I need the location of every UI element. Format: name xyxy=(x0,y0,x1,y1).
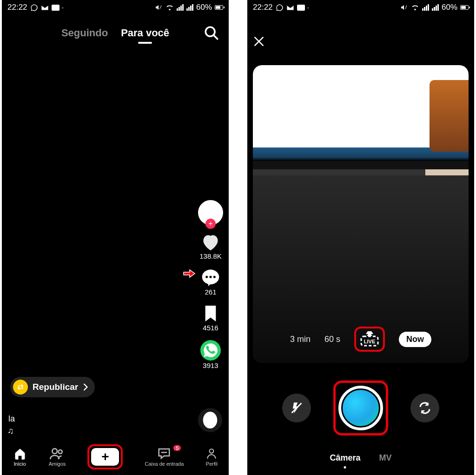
creator-avatar[interactable] xyxy=(198,200,223,225)
app-icon xyxy=(297,5,305,11)
flip-camera-button[interactable] xyxy=(410,394,439,422)
inbox-badge: 5 xyxy=(173,445,181,451)
svg-point-8 xyxy=(52,448,57,454)
save-button[interactable]: 4516 xyxy=(203,304,218,332)
mute-icon xyxy=(400,4,408,11)
duration-60s[interactable]: 60 s xyxy=(324,335,340,344)
gmail-icon xyxy=(286,5,294,11)
share-count: 3913 xyxy=(203,361,218,369)
nav-friends[interactable]: Amigos xyxy=(49,447,66,467)
video-caption: la xyxy=(8,414,15,424)
like-pointer-arrow-icon xyxy=(183,269,195,278)
camera-controls xyxy=(247,381,474,435)
wifi-icon xyxy=(411,4,419,11)
duration-live[interactable]: LIVE xyxy=(360,331,379,347)
save-count: 4516 xyxy=(203,324,218,332)
status-time-2: 22:22 xyxy=(253,3,273,12)
battery-label-2: 60% xyxy=(442,3,457,12)
svg-point-9 xyxy=(59,450,62,454)
dot-icon: • xyxy=(62,6,64,10)
signal-icon xyxy=(177,4,184,11)
comment-button[interactable]: 261 xyxy=(201,268,220,296)
scene-pillow xyxy=(430,80,469,152)
record-button[interactable] xyxy=(338,386,383,430)
tab-following[interactable]: Seguindo xyxy=(61,27,108,39)
bottom-nav: Início Amigos + 5 Caixa de entrada Perfi… xyxy=(2,439,229,475)
comment-count: 261 xyxy=(205,288,216,296)
search-button[interactable] xyxy=(204,25,219,41)
nav-profile-label: Perfil xyxy=(206,461,218,467)
phone-camera: 22:22 • 60% xyxy=(247,0,474,475)
action-rail: 138.8K 261 4516 3913 xyxy=(198,200,223,369)
nav-inbox[interactable]: 5 Caixa de entrada xyxy=(145,447,184,467)
repost-icon xyxy=(13,380,28,395)
like-button[interactable]: 138.8K xyxy=(199,234,222,260)
like-count: 138.8K xyxy=(199,252,222,260)
status-bar: 22:22 • 60% xyxy=(2,0,229,15)
whatsapp-icon xyxy=(30,4,38,12)
feed-tabs: Seguindo Para você xyxy=(2,27,229,39)
duration-row: 3 min 60 s LIVE Now xyxy=(253,327,469,352)
phone-feed: 22:22 • 60% xyxy=(2,0,229,475)
svg-text:LIVE: LIVE xyxy=(364,339,375,344)
camera-mode-row: Câmera MV xyxy=(247,453,474,463)
nav-create[interactable]: + xyxy=(91,448,119,466)
battery-icon xyxy=(215,5,223,10)
nav-friends-label: Amigos xyxy=(49,461,66,467)
whatsapp-icon xyxy=(276,4,284,12)
mode-camera[interactable]: Câmera xyxy=(330,453,360,463)
signal-icon xyxy=(422,4,429,11)
record-highlight xyxy=(333,381,388,435)
duration-now[interactable]: Now xyxy=(399,332,431,347)
svg-point-11 xyxy=(210,449,214,453)
mode-mv[interactable]: MV xyxy=(379,453,392,463)
nav-home[interactable]: Início xyxy=(13,447,27,467)
signal2-icon xyxy=(186,4,193,11)
nav-inbox-label: Caixa de entrada xyxy=(145,461,184,467)
battery-label: 60% xyxy=(196,3,212,12)
music-row[interactable]: ♫ xyxy=(7,426,14,436)
dot-icon: • xyxy=(308,6,309,10)
signal2-icon xyxy=(432,4,439,11)
svg-point-5 xyxy=(210,276,212,278)
repost-label: Republicar xyxy=(33,382,78,392)
nav-home-label: Início xyxy=(13,461,26,467)
duration-3min[interactable]: 3 min xyxy=(290,335,311,344)
share-button[interactable]: 3913 xyxy=(200,340,221,369)
status-time: 22:22 xyxy=(7,3,27,12)
svg-point-4 xyxy=(205,276,208,278)
sound-disc[interactable] xyxy=(198,408,222,432)
wifi-icon xyxy=(165,4,174,11)
app-icon xyxy=(52,5,60,11)
chevron-right-icon xyxy=(83,383,88,391)
live-highlight: LIVE xyxy=(354,327,385,352)
svg-line-2 xyxy=(213,35,218,39)
close-button[interactable] xyxy=(253,35,265,47)
flash-button[interactable] xyxy=(282,394,311,422)
mute-icon xyxy=(154,4,163,11)
gmail-icon xyxy=(41,5,49,11)
svg-point-6 xyxy=(213,276,216,278)
repost-button[interactable]: Republicar xyxy=(10,377,95,397)
status-bar-2: 22:22 • 60% xyxy=(247,0,474,15)
camera-viewfinder[interactable]: 3 min 60 s LIVE Now xyxy=(253,65,469,363)
nav-profile[interactable]: Perfil xyxy=(205,447,218,467)
svg-rect-0 xyxy=(52,5,60,11)
battery-icon xyxy=(460,5,469,10)
create-highlight: + xyxy=(87,444,123,469)
record-inner xyxy=(343,390,379,426)
svg-rect-12 xyxy=(297,5,305,11)
tab-for-you[interactable]: Para você xyxy=(121,27,169,39)
